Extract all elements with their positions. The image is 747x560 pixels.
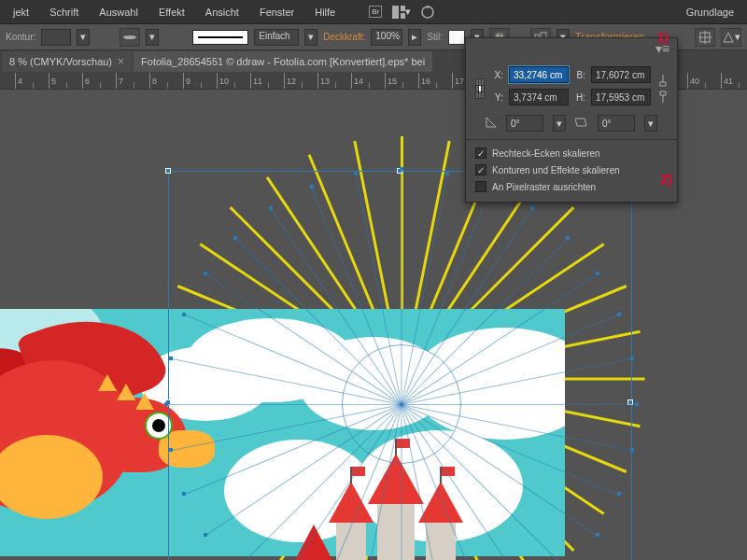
chk3-label: An Pixelraster ausrichten [492, 182, 596, 192]
tab-label: Fotolia_28654551 © ddraw - Fotolia.com [… [141, 56, 425, 67]
stroke-weight-input[interactable] [41, 29, 71, 46]
svg-rect-0 [392, 6, 399, 19]
checkbox-icon[interactable] [475, 181, 486, 192]
scale-corners-checkbox[interactable]: Rechteck-Ecken skalieren [475, 147, 668, 159]
y-input[interactable] [509, 89, 569, 105]
width-label: B: [574, 70, 585, 80]
bridge-icon[interactable]: Br [366, 3, 385, 21]
svg-marker-15 [724, 33, 733, 42]
var-width-icon[interactable] [120, 28, 140, 47]
isolate-icon[interactable] [695, 28, 715, 47]
var-width-dd[interactable]: ▾ [146, 29, 159, 46]
width-input[interactable] [591, 66, 651, 83]
menu-bar: jekt Schrift Auswahl Effekt Ansicht Fens… [0, 0, 747, 24]
menu-objekt[interactable]: jekt [4, 3, 38, 21]
menu-auswahl[interactable]: Auswahl [90, 3, 148, 21]
checkbox-icon[interactable] [475, 147, 486, 159]
height-input[interactable] [591, 89, 651, 105]
chk1-label: Rechteck-Ecken skalieren [492, 148, 600, 159]
stroke-weight-dd[interactable]: ▾ [77, 29, 90, 46]
style-label: Stil: [427, 32, 443, 42]
scale-strokes-checkbox[interactable]: Konturen und Effekte skalieren [475, 164, 668, 175]
arrange-docs-icon[interactable]: ▾ [392, 3, 411, 21]
svg-rect-2 [401, 13, 405, 19]
shear-input[interactable] [598, 115, 635, 132]
style-swatch[interactable] [448, 30, 465, 45]
brush-dd[interactable]: ▾ [304, 29, 317, 46]
annotation-1: 1) [657, 30, 669, 45]
edit-similar-icon[interactable]: ▾ [721, 28, 741, 47]
rotate-dd[interactable]: ▾ [553, 115, 566, 132]
svg-point-5 [123, 35, 136, 39]
menu-fenster[interactable]: Fenster [250, 3, 303, 21]
height-label: H: [574, 92, 585, 103]
rotate-input[interactable] [506, 115, 543, 132]
annotation-2: 2) [661, 172, 672, 187]
transform-panel: ▾≡ X: B: Y: H: [465, 37, 678, 203]
brush-name[interactable]: Einfach [254, 29, 299, 46]
document-tab-2[interactable]: Fotolia_28654551 © ddraw - Fotolia.com [… [134, 51, 432, 72]
reference-point-selector[interactable] [475, 78, 485, 99]
menu-ansicht[interactable]: Ansicht [196, 3, 248, 21]
align-pixel-checkbox[interactable]: An Pixelraster ausrichten [475, 181, 668, 192]
svg-marker-16 [486, 118, 496, 127]
x-input[interactable] [509, 66, 569, 83]
menu-schrift[interactable]: Schrift [40, 3, 88, 21]
stroke-label: Kontur: [6, 32, 35, 42]
svg-point-8 [500, 34, 502, 36]
shear-icon [575, 117, 588, 130]
shear-dd[interactable]: ▾ [644, 115, 657, 132]
opacity-dd[interactable]: ▸ [408, 29, 421, 46]
workspace-label[interactable]: Grundlage [677, 3, 743, 21]
gpu-icon[interactable] [418, 3, 437, 21]
tab-label: 8 % (CMYK/Vorschau) [9, 56, 112, 67]
chk2-label: Konturen und Effekte skalieren [492, 165, 620, 175]
checkbox-icon[interactable] [475, 164, 486, 175]
constrain-proportions-icon[interactable] [658, 70, 668, 107]
opacity-label: Deckkraft: [323, 32, 365, 42]
x-label: X: [492, 70, 503, 80]
brush-preview[interactable] [192, 30, 248, 45]
y-label: Y: [492, 92, 503, 103]
close-icon[interactable]: × [118, 55, 124, 68]
menu-hilfe[interactable]: Hilfe [305, 3, 345, 21]
opacity-input[interactable]: 100% [371, 29, 402, 46]
document-tab-1[interactable]: 8 % (CMYK/Vorschau) × [2, 51, 132, 72]
rotate-icon [486, 117, 497, 130]
svg-point-7 [496, 34, 499, 36]
svg-rect-1 [401, 6, 405, 11]
menu-effekt[interactable]: Effekt [149, 3, 194, 21]
